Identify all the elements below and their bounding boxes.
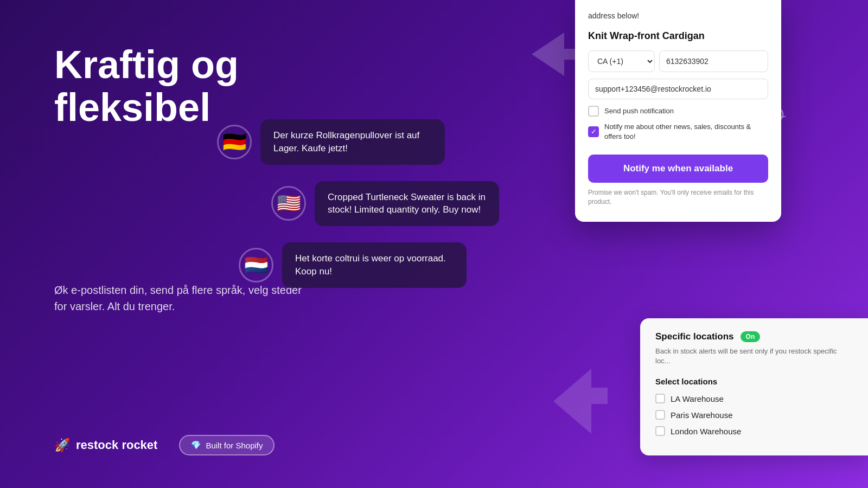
flag-us: 🇺🇸 — [271, 186, 306, 221]
widget-card: address below! Knit Wrap-front Cardigan … — [575, 0, 781, 222]
phone-row: CA (+1) US (+1) UK (+44) — [588, 50, 768, 72]
phone-country-select[interactable]: CA (+1) US (+1) UK (+44) — [588, 50, 655, 72]
chat-bubble-us: 🇺🇸 Cropped Turtleneck Sweater is back in… — [271, 181, 499, 227]
logo-area: 🚀 restock rocket 💎 Built for Shopify — [54, 435, 275, 455]
newsletter-row: ✓ Notify me about other news, sales, dis… — [588, 122, 768, 142]
flag-nl: 🇳🇱 — [239, 248, 273, 282]
location-label-paris: Paris Warehouse — [671, 410, 733, 420]
locations-description: Back in stock alerts will be sent only i… — [655, 346, 853, 366]
location-row-paris: Paris Warehouse — [655, 410, 853, 420]
newsletter-label: Notify me about other news, sales, disco… — [604, 122, 768, 142]
push-notification-label: Send push notification — [604, 106, 674, 116]
notify-button[interactable]: Notify me when available — [588, 155, 768, 183]
rocket-icon: 🚀 — [54, 438, 71, 453]
svg-marker-2 — [782, 115, 787, 118]
swirl-decoration — [766, 106, 788, 130]
locations-card: Specific locations On Back in stock aler… — [640, 318, 868, 455]
location-label-london: London Warehouse — [671, 427, 741, 436]
locations-title: Specific locations — [655, 331, 734, 342]
location-checkbox-london[interactable] — [655, 426, 665, 436]
location-label-la: LA Warehouse — [671, 394, 724, 403]
on-badge: On — [741, 331, 761, 342]
svg-marker-0 — [532, 33, 575, 76]
phone-input[interactable] — [659, 50, 768, 72]
spam-note: Promise we won't spam. You'll only recei… — [588, 188, 768, 207]
push-notification-row: Send push notification — [588, 106, 768, 117]
push-notification-checkbox[interactable] — [588, 106, 599, 117]
chat-bubbles-container: 🇩🇪 Der kurze Rollkragenpullover ist auf … — [217, 119, 499, 304]
brand-logo: 🚀 restock rocket — [54, 438, 157, 453]
location-row-london: London Warehouse — [655, 426, 853, 436]
locations-header: Specific locations On — [655, 331, 853, 342]
main-title: Kraftig og fleksibel — [54, 43, 336, 129]
svg-marker-1 — [553, 369, 608, 434]
location-checkbox-paris[interactable] — [655, 410, 665, 420]
brand-name: restock rocket — [76, 438, 157, 452]
shopify-label: Built for Shopify — [206, 441, 263, 450]
select-locations-label: Select locations — [655, 377, 853, 386]
bubble-text-us: Cropped Turtleneck Sweater is back in st… — [315, 181, 499, 227]
bubble-text-de: Der kurze Rollkragenpullover ist auf Lag… — [260, 119, 445, 165]
chat-bubble-nl: 🇳🇱 Het korte coltrui is weer op voorraad… — [239, 242, 499, 288]
location-checkbox-la[interactable] — [655, 394, 665, 403]
widget-product-name: Knit Wrap-front Cardigan — [588, 30, 768, 42]
shopify-badge: 💎 Built for Shopify — [179, 435, 275, 455]
bubble-text-nl: Het korte coltrui is weer op voorraad. K… — [282, 242, 467, 288]
diamond-icon: 💎 — [191, 440, 201, 450]
flag-de: 🇩🇪 — [217, 125, 252, 159]
email-input[interactable] — [588, 79, 768, 99]
location-row-la: LA Warehouse — [655, 394, 853, 403]
chat-bubble-de: 🇩🇪 Der kurze Rollkragenpullover ist auf … — [217, 119, 499, 165]
newsletter-checkbox[interactable]: ✓ — [588, 126, 599, 137]
widget-top-text: address below! — [588, 11, 768, 22]
